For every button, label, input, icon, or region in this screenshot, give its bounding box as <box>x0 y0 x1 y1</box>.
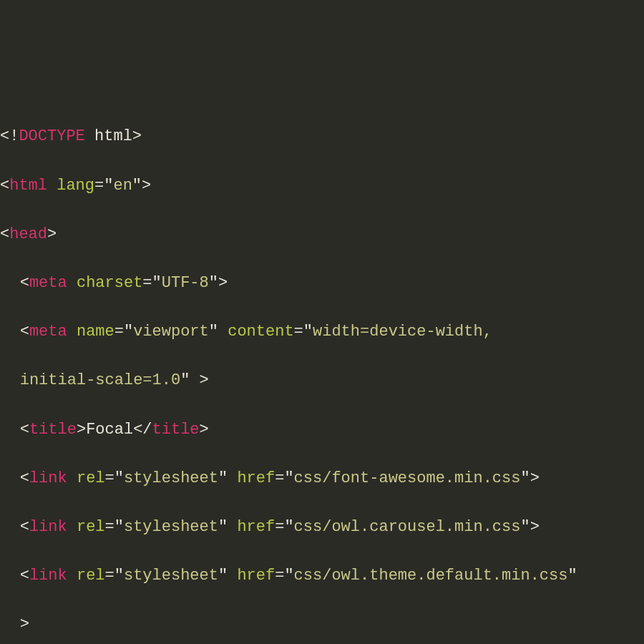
code-line: <head> <box>0 223 644 247</box>
code-line: <title>Focal</title> <box>0 418 644 442</box>
code-line: <link rel="stylesheet" href="css/owl.the… <box>0 564 644 588</box>
code-line: <link rel="stylesheet" href="css/font-aw… <box>0 467 644 491</box>
code-line: <meta name="viewport" content="width=dev… <box>0 320 644 344</box>
code-line: <!DOCTYPE html> <box>0 125 644 149</box>
code-line: initial-scale=1.0" > <box>0 369 644 393</box>
code-line: <html lang="en"> <box>0 174 644 198</box>
code-line: <meta charset="UTF-8"> <box>0 271 644 296</box>
code-line: > <box>0 613 644 637</box>
code-line: <link rel="stylesheet" href="css/owl.car… <box>0 515 644 540</box>
code-editor-viewport[interactable]: <!DOCTYPE html> <html lang="en"> <head> … <box>0 100 644 644</box>
